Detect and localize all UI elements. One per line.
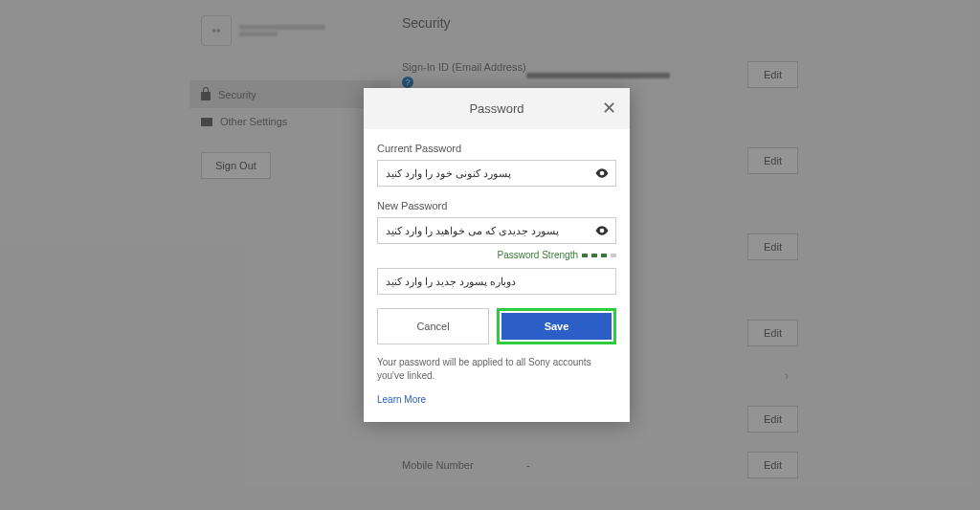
- eye-icon[interactable]: [595, 168, 609, 178]
- password-strength: Password Strength: [377, 250, 616, 260]
- current-password-input[interactable]: [377, 160, 616, 187]
- modal-header: Password ✕: [364, 88, 630, 129]
- strength-label: Password Strength: [498, 250, 579, 260]
- confirm-password-input[interactable]: [377, 268, 616, 295]
- password-modal: Password ✕ Current Password New Password…: [364, 88, 630, 422]
- strength-segment: [582, 254, 588, 257]
- strength-segment: [601, 254, 607, 257]
- strength-segment: [611, 254, 616, 257]
- new-password-input[interactable]: [377, 217, 616, 244]
- cancel-button[interactable]: Cancel: [377, 308, 489, 344]
- modal-title: Password: [469, 101, 523, 116]
- close-icon[interactable]: ✕: [602, 100, 616, 117]
- new-password-label: New Password: [377, 200, 616, 211]
- modal-body: Current Password New Password Password S…: [364, 129, 630, 422]
- eye-icon[interactable]: [595, 226, 609, 235]
- info-text: Your password will be applied to all Son…: [377, 356, 616, 383]
- save-button-highlight: Save: [497, 308, 616, 344]
- learn-more-link[interactable]: Learn More: [377, 394, 616, 405]
- save-button[interactable]: Save: [501, 313, 612, 340]
- strength-segment: [591, 254, 597, 257]
- current-password-label: Current Password: [377, 143, 616, 154]
- button-row: Cancel Save: [377, 308, 616, 344]
